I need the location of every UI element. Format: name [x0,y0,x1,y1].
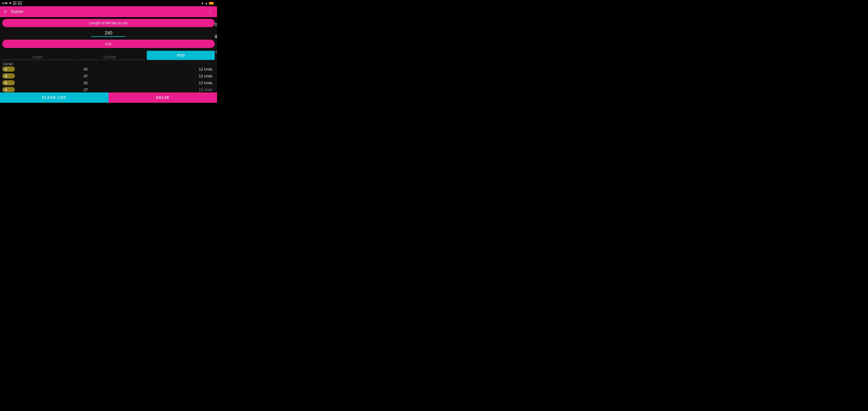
cut-list-label: Cut list: [0,61,217,66]
status-bar: 8:48 ⚙ A ▭ ▼ ▲ [0,0,217,6]
cut-item-2: 2) 37 12 Units [2,73,215,79]
hamburger-icon[interactable]: ≡ [4,9,6,14]
app-bar: ≡ Solver ⋮ [0,6,217,17]
font-icon: A [13,1,16,5]
bottom-buttons: CLEAR LIST SOLVE [0,92,217,103]
bar-length-input-container [0,29,217,38]
status-left: 8:48 ⚙ A ▭ [2,1,22,5]
add-button[interactable]: ADD [147,51,215,60]
side-square [215,23,217,26]
item-units-3: 12 Units [128,81,215,85]
app-bar-left: ≡ Solver [4,9,24,14]
item-length-4: 27 [43,88,128,92]
item-units-2: 12 Units [128,74,215,78]
signal-icon: ▲ [205,2,208,5]
gear-icon: ⚙ [9,2,11,5]
cut-inputs-row: ADD [0,50,217,61]
side-circle [215,35,217,38]
item-length-1: 42 [43,67,128,71]
item-length-2: 37 [43,74,128,78]
item-badge-1: 1) [2,66,15,72]
status-right: ▼ ▲ [201,2,214,5]
item-badge-3: 3) [2,80,15,85]
main-content: Lenght of the bar to cut: Cut: ADD Cut l… [0,19,217,92]
cut-list-items: 1) 42 12 Units 2) 37 12 Units 3) 32 12 U… [0,66,217,92]
sd-icon: ▭ [18,1,22,5]
more-options-icon[interactable]: ⋮ [208,8,213,15]
solve-button[interactable]: SOLVE [108,92,217,103]
cut-item-1: 1) 42 12 Units [2,66,215,72]
clock: 8:48 [2,2,7,5]
quantity-input[interactable] [74,55,145,60]
bar-length-header: Lenght of the bar to cut: [2,19,215,27]
battery-icon [209,2,214,5]
side-decorations [215,23,217,38]
item-units-1: 12 Units [128,67,215,71]
item-badge-4: 4) [2,87,15,92]
cut-header: Cut: [2,40,215,48]
app-title: Solver [10,9,23,14]
back-button[interactable] [215,50,217,54]
bar-length-input[interactable] [91,31,126,37]
item-badge-2: 2) [2,73,15,78]
cut-item-4: 4) 27 12 Units [2,87,215,92]
item-length-3: 32 [43,81,128,85]
length-input[interactable] [2,55,73,60]
wifi-icon: ▼ [201,2,204,5]
cut-item-3: 3) 32 12 Units [2,80,215,86]
clear-list-button[interactable]: CLEAR LIST [0,92,108,103]
item-units-4: 12 Units [128,88,215,92]
